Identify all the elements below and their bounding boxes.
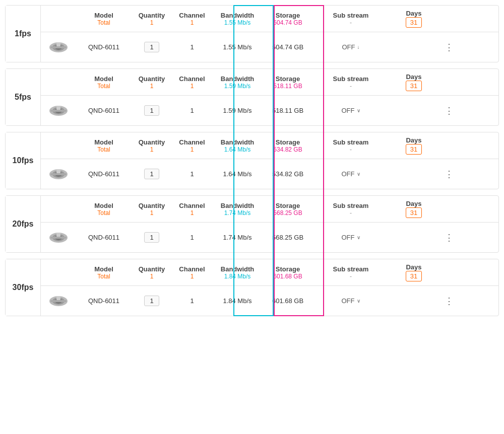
- cell-substream[interactable]: OFF ∨: [313, 107, 389, 114]
- header-bandwidth: Bandwidth 1.64 Mb/s: [212, 138, 263, 153]
- cell-channel: 1: [172, 107, 212, 114]
- substream-value: OFF: [342, 170, 355, 178]
- header-quantity: Quantity 1: [132, 202, 172, 216]
- cell-storage: 568.25 GB: [263, 234, 313, 241]
- header-days: Days 31: [389, 73, 439, 91]
- header-substream: Sub stream -: [313, 12, 389, 26]
- header-bandwidth: Bandwidth 1.84 Mb/s: [212, 265, 263, 280]
- cell-bandwidth: 1.84 Mb/s: [212, 297, 263, 305]
- cell-model: QND-6011: [76, 170, 132, 178]
- header-channel: Channel 1: [172, 202, 212, 216]
- main-container: 1fps Model Total Quantity 1 Channel 1 Ba…: [5, 5, 499, 316]
- cell-menu[interactable]: ⋮: [439, 296, 459, 307]
- svg-rect-9: [56, 106, 60, 110]
- header-storage: Storage 504.74 GB: [263, 12, 313, 26]
- svg-rect-24: [56, 296, 60, 300]
- cell-model: QND-6011: [76, 234, 132, 241]
- more-options-icon[interactable]: ⋮: [445, 169, 454, 179]
- header-storage: Storage 601.68 GB: [263, 265, 313, 280]
- fps-label: 30fps: [6, 259, 41, 316]
- data-row: QND-6011 1 1 1.64 Mb/s 534.82 GB OFF ∨ ⋮: [41, 159, 498, 189]
- header-row: Model Total Quantity 1 Channel 1 Bandwid…: [41, 69, 498, 96]
- cell-model: QND-6011: [76, 297, 132, 305]
- substream-value: OFF: [342, 297, 355, 305]
- header-substream: Sub stream -: [313, 75, 389, 90]
- cell-bandwidth: 1.59 Mb/s: [212, 107, 263, 114]
- fps-label: 1fps: [6, 6, 41, 62]
- header-days: Days 31: [389, 263, 439, 281]
- substream-value: OFF: [342, 107, 355, 114]
- data-row: QND-6011 1 1 1.59 Mb/s 518.11 GB OFF ∨ ⋮: [41, 96, 498, 125]
- camera-icon-cell: [41, 101, 76, 120]
- cell-storage: 601.68 GB: [263, 297, 313, 305]
- fps-section-10fps: 10fps Model Total Quantity 1 Channel 1 B…: [5, 132, 499, 189]
- cell-menu[interactable]: ⋮: [439, 42, 459, 53]
- header-storage: Storage 534.82 GB: [263, 138, 313, 153]
- data-row: QND-6011 1 1 1.84 Mb/s 601.68 GB OFF ∨ ⋮: [41, 286, 498, 316]
- fps-label: 10fps: [6, 132, 41, 189]
- camera-icon-cell: [41, 37, 76, 57]
- data-row: QND-6011 1 1 1.74 Mb/s 568.25 GB OFF ∨ ⋮: [41, 223, 498, 252]
- header-days: Days 31: [389, 136, 439, 155]
- svg-rect-19: [56, 233, 60, 237]
- more-options-icon[interactable]: ⋮: [445, 233, 454, 243]
- header-bandwidth: Bandwidth 1.74 Mb/s: [212, 202, 263, 216]
- fps-content: Model Total Quantity 1 Channel 1 Bandwid…: [41, 69, 498, 125]
- header-quantity: Quantity 1: [132, 138, 172, 153]
- camera-icon-cell: [41, 291, 76, 311]
- substream-arrow: ∨: [357, 171, 360, 177]
- substream-arrow: ∨: [357, 108, 360, 113]
- header-bandwidth: Bandwidth 1.55 Mb/s: [212, 12, 263, 26]
- cell-storage: 534.82 GB: [263, 170, 313, 178]
- cell-channel: 1: [172, 234, 212, 241]
- fps-label: 5fps: [6, 69, 41, 125]
- substream-value: OFF: [342, 43, 355, 51]
- header-quantity: Quantity 1: [132, 265, 172, 280]
- cell-menu[interactable]: ⋮: [439, 232, 459, 243]
- header-model: Model Total: [76, 12, 132, 26]
- fps-content: Model Total Quantity 1 Channel 1 Bandwid…: [41, 6, 498, 62]
- cell-menu[interactable]: ⋮: [439, 105, 459, 116]
- header-channel: Channel 1: [172, 138, 212, 153]
- substream-arrow: ∨: [357, 298, 360, 304]
- fps-section-1fps: 1fps Model Total Quantity 1 Channel 1 Ba…: [5, 5, 499, 62]
- cell-storage: 504.74 GB: [263, 43, 313, 51]
- cell-quantity: 1: [132, 296, 172, 306]
- fps-section-5fps: 5fps Model Total Quantity 1 Channel 1 Ba…: [5, 68, 499, 126]
- header-model: Model Total: [76, 75, 132, 90]
- cell-substream[interactable]: OFF ∨: [313, 234, 389, 241]
- more-options-icon[interactable]: ⋮: [445, 106, 454, 116]
- header-channel: Channel 1: [172, 265, 212, 280]
- fps-section-30fps: 30fps Model Total Quantity 1 Channel 1 B…: [5, 259, 499, 316]
- header-substream: Sub stream -: [313, 138, 389, 153]
- svg-rect-4: [56, 42, 60, 46]
- header-row: Model Total Quantity 1 Channel 1 Bandwid…: [41, 196, 498, 223]
- cell-substream[interactable]: OFF ∨: [313, 170, 389, 178]
- cell-menu[interactable]: ⋮: [439, 169, 459, 180]
- substream-arrow: ↓: [357, 44, 360, 50]
- header-days: Days 31: [389, 200, 439, 218]
- substream-arrow: ∨: [357, 235, 360, 240]
- cell-bandwidth: 1.64 Mb/s: [212, 170, 263, 178]
- cell-storage: 518.11 GB: [263, 107, 313, 114]
- cell-channel: 1: [172, 43, 212, 51]
- svg-rect-13: [50, 173, 67, 175]
- header-model: Model Total: [76, 202, 132, 216]
- cell-substream[interactable]: OFF ∨: [313, 297, 389, 305]
- cell-substream[interactable]: OFF ↓: [313, 43, 389, 51]
- substream-value: OFF: [342, 234, 355, 241]
- header-days: Days 31: [389, 10, 439, 28]
- fps-content: Model Total Quantity 1 Channel 1 Bandwid…: [41, 259, 498, 316]
- more-options-icon[interactable]: ⋮: [445, 296, 454, 306]
- cell-bandwidth: 1.74 Mb/s: [212, 234, 263, 241]
- svg-rect-3: [50, 46, 67, 48]
- camera-icon-cell: [41, 228, 76, 247]
- cell-channel: 1: [172, 297, 212, 305]
- fps-section-20fps: 20fps Model Total Quantity 1 Channel 1 B…: [5, 195, 499, 253]
- camera-icon-cell: [41, 164, 76, 184]
- fps-label: 20fps: [6, 196, 41, 252]
- more-options-icon[interactable]: ⋮: [445, 42, 454, 52]
- data-row: QND-6011 1 1 1.55 Mb/s 504.74 GB OFF ↓ ⋮: [41, 32, 498, 62]
- header-model: Model Total: [76, 265, 132, 280]
- cell-model: QND-6011: [76, 107, 132, 114]
